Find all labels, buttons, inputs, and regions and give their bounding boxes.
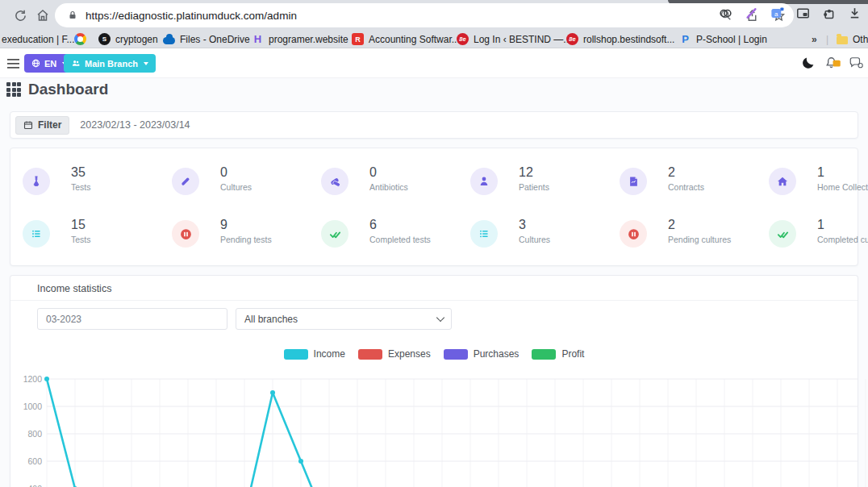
stats-card: 35Tests 0Cultures 0Antibiotics 12Patient… (10, 148, 858, 266)
extensions-puzzle-icon[interactable] (821, 6, 837, 21)
bookmark-label: Log In ‹ BESTIND —... (474, 34, 571, 45)
page-header: Dashboard (6, 81, 108, 98)
stat-tests: 35Tests (23, 167, 168, 212)
stat-home-collection: 1Home Collection (769, 167, 868, 212)
bookmark-label: programer.website (269, 34, 348, 45)
downloads-icon[interactable] (847, 6, 862, 21)
legend-label: Expenses (388, 348, 431, 360)
stat-pending-cultures: 2Pending cultures (620, 219, 765, 264)
card-divider (10, 300, 858, 301)
svg-text:1200: 1200 (23, 374, 43, 384)
reload-icon (14, 9, 27, 23)
rings-extension-icon[interactable] (718, 6, 733, 21)
sidebar-toggle-button[interactable] (7, 59, 19, 69)
hamburger-icon (7, 59, 19, 69)
be-favicon: 8e (566, 33, 578, 45)
reload-button[interactable] (10, 5, 31, 26)
pen-extension-icon[interactable] (744, 6, 759, 21)
home-button[interactable] (32, 5, 53, 26)
bookmark-item[interactable]: Files - OneDrive (163, 31, 250, 47)
bookmark-item[interactable]: exeducation | F... (2, 31, 75, 47)
bookmarks-overflow-chevron[interactable]: » (812, 31, 817, 47)
svg-text:1000: 1000 (23, 402, 43, 411)
legend-swatch (532, 349, 556, 360)
branch-select[interactable]: All branches (236, 308, 452, 330)
dashboard-grid-icon (6, 82, 21, 97)
legend-item-income[interactable]: Income (284, 348, 345, 360)
income-card-title: Income statistics (37, 283, 111, 294)
income-chart: 12001000800600400 (0, 364, 868, 487)
double-check-icon (328, 227, 342, 241)
bookmark-item[interactable]: 8eLog In ‹ BESTIND —... (457, 31, 571, 47)
patient-icon (478, 175, 490, 188)
browser-toolbar: a (0, 0, 868, 30)
list-icon (30, 227, 43, 240)
list-icon (478, 227, 490, 240)
svg-text:a: a (774, 10, 778, 18)
filter-addon: Filter (15, 116, 69, 135)
moon-icon (801, 56, 816, 70)
stat-completed-tests: 6Completed tests (321, 219, 466, 264)
app-navbar: EN Main Branch (0, 48, 868, 78)
r-favicon: R (352, 33, 364, 45)
messages-button[interactable] (849, 57, 863, 69)
google-favicon (74, 33, 86, 45)
chart-legend: IncomeExpensesPurchasesProfit (10, 348, 858, 360)
bookmark-label: cryptogen (115, 34, 158, 45)
legend-item-profit[interactable]: Profit (532, 348, 584, 360)
svg-text:600: 600 (27, 456, 42, 466)
stat-completed-cultures: 1Completed cultures (769, 219, 868, 264)
site-favicon: H (252, 33, 264, 45)
branch-label: Main Branch (85, 59, 138, 69)
bookmark-item[interactable]: Hprogramer.website (252, 31, 348, 47)
legend-label: Profit (561, 348, 584, 360)
notifications-button[interactable] (824, 55, 842, 71)
other-bookmarks[interactable]: Othe (836, 31, 868, 47)
stat-tests-total: 15Tests (23, 219, 168, 264)
stat-cultures: 0Cultures (172, 167, 317, 212)
extensions-row: a (718, 6, 868, 21)
svg-text:800: 800 (27, 429, 42, 439)
translate-extension-icon[interactable]: a (770, 6, 785, 21)
chevron-label: » (812, 34, 817, 45)
filter-label: Filter (38, 119, 61, 131)
bookmarks-divider: | (826, 31, 828, 47)
svg-text:400: 400 (27, 484, 42, 487)
globe-icon (31, 59, 40, 68)
stat-contracts: 2Contracts (620, 167, 765, 212)
pause-icon (179, 227, 193, 241)
calendar-icon (23, 120, 33, 130)
date-range-input[interactable] (69, 119, 853, 131)
picture-in-picture-icon[interactable] (795, 6, 811, 21)
dark-mode-toggle[interactable] (801, 56, 816, 70)
pause-icon (627, 227, 641, 241)
bookmark-item[interactable]: RAccounting Softwar... (352, 31, 460, 47)
bookmark-item[interactable]: Scryptogen (98, 31, 158, 47)
chat-icon (849, 57, 863, 69)
branch-select-value: All branches (244, 314, 298, 325)
bookmark-label: P-School | Login (696, 34, 767, 45)
month-input[interactable] (37, 308, 227, 330)
other-bookmarks-label: Othe (853, 34, 868, 45)
url-input[interactable] (86, 10, 794, 22)
bookmark-label: exeducation | F... (2, 34, 75, 45)
legend-item-expenses[interactable]: Expenses (358, 348, 431, 360)
globe-favicon: S (98, 33, 111, 45)
legend-label: Purchases (474, 348, 520, 360)
stat-cultures-total: 3Cultures (470, 219, 616, 264)
contract-icon (628, 175, 640, 188)
folder-icon (837, 36, 848, 44)
bookmark-item[interactable] (74, 31, 91, 47)
legend-swatch (284, 349, 308, 360)
legend-item-purchases[interactable]: Purchases (444, 348, 520, 360)
bookmark-item[interactable]: 8erollshop.bestindsoft... (566, 31, 674, 47)
chevron-down-icon (436, 314, 444, 322)
filter-card: Filter (10, 111, 858, 139)
users-icon (71, 59, 81, 68)
home-icon (35, 8, 50, 23)
p-favicon: P (679, 33, 691, 45)
address-bar[interactable] (55, 3, 794, 27)
bell-icon (824, 55, 842, 71)
branch-dropdown-button[interactable]: Main Branch (64, 54, 156, 73)
bookmark-item[interactable]: PP-School | Login (679, 31, 767, 47)
